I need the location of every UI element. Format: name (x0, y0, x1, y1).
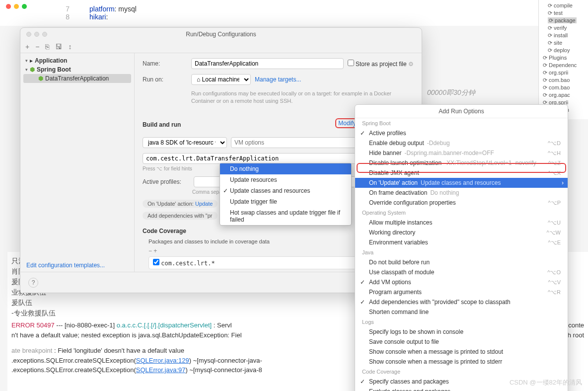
dropdown-item[interactable]: Update trigger file (220, 196, 351, 207)
option-item[interactable]: Specify logs to be shown in console (355, 327, 568, 337)
option-item[interactable]: Show console when a message is printed t… (355, 357, 568, 367)
option-item[interactable]: Program arguments^⌥R (355, 287, 568, 297)
maven-tree-item[interactable]: ⟳ verify (541, 24, 586, 32)
store-checkbox[interactable] (348, 60, 354, 66)
runon-hint: Run configurations may be executed local… (191, 90, 414, 105)
remove-icon[interactable]: − (148, 247, 152, 254)
expand-icon[interactable]: ↕ (68, 43, 72, 51)
dialog-title: Run/Debug Configurations (20, 31, 422, 38)
section-label: Spring Boot (355, 118, 568, 128)
option-item[interactable]: Shorten command line (355, 307, 568, 317)
maven-tree-item[interactable]: ⟳ test (541, 9, 586, 17)
option-item[interactable]: Disable launch optimization-XX:TieredSto… (355, 158, 568, 168)
option-item[interactable]: Use classpath of module^⌥O (355, 267, 568, 277)
help-icon[interactable]: ? (28, 278, 38, 288)
option-item[interactable]: On 'Update' actionUpdate classes and res… (355, 178, 568, 188)
option-item[interactable]: ✓Add VM options^⌥V (355, 277, 568, 287)
option-item[interactable]: On frame deactivationDo nothing (355, 188, 568, 198)
watermark: CSDN @一缕82年的清风 (510, 378, 582, 387)
update-action-dropdown[interactable]: Do nothingUpdate resources✓Update classe… (220, 163, 352, 226)
config-item-selected[interactable]: ⬢ DataTransferApplication (23, 74, 131, 83)
window-traffic-lights (6, 4, 27, 9)
dropdown-item[interactable]: ✓Update classes and resources (220, 185, 351, 196)
maven-tree-item[interactable]: ⟳ site (541, 39, 586, 47)
option-item[interactable]: Allow multiple instances^⌥U (355, 218, 568, 228)
maven-tree-item[interactable]: ⟳ install (541, 32, 586, 39)
option-item[interactable]: Disable JMX agent^⌥X (355, 168, 568, 178)
dialog-toolbar: + − ⎘ 🖫 ↕ (20, 41, 422, 53)
section-label: Code Coverage (355, 367, 568, 377)
remove-icon[interactable]: − (35, 43, 39, 51)
maven-tree-item[interactable]: ⟳ package (541, 17, 586, 24)
option-item[interactable]: Environment variables^⌥E (355, 237, 568, 247)
section-label: Operating System (355, 208, 568, 218)
maven-tree-item[interactable]: ⟳ Plugins (541, 54, 586, 62)
maven-tree-item[interactable]: ⟳ org.apac (541, 91, 586, 99)
spring-icon: ⬢ (38, 75, 43, 82)
on-update-pill[interactable]: On 'Update' action: Update (143, 200, 218, 208)
option-item[interactable]: Do not build before run (355, 257, 568, 267)
dropdown-item[interactable]: Do nothing (220, 163, 351, 174)
save-icon[interactable]: 🖫 (55, 43, 62, 51)
maven-tree: ⟳ compile⟳ test⟳ package⟳ verify⟳ instal… (538, 0, 588, 119)
add-icon[interactable]: + (25, 43, 29, 51)
manage-targets-link[interactable]: Manage targets... (255, 76, 301, 83)
option-item[interactable]: Working directory^⌥W (355, 228, 568, 237)
option-item[interactable]: Enable debug output-Ddebug^⌥D (355, 138, 568, 148)
maven-tree-item[interactable]: ⟳ deploy (541, 47, 586, 54)
section-label: Java (355, 247, 568, 257)
option-item[interactable]: Exclude classes and packages (355, 387, 568, 391)
profiles-label: Active profiles: (143, 178, 190, 185)
name-input[interactable] (191, 58, 344, 69)
dropdown-item[interactable]: Update resources (220, 174, 351, 185)
gear-icon[interactable]: ⚙ (408, 61, 414, 68)
build-section-title: Build and run (143, 121, 181, 128)
dropdown-item[interactable]: Hot swap classes and update trigger file… (220, 207, 351, 225)
runon-select[interactable]: ⌂ Local machine (191, 74, 251, 85)
options-panel-title: Add Run Options (355, 105, 568, 118)
bg-timeout-text: 00000即30分钟 (427, 88, 475, 97)
maven-tree-item[interactable]: ⟳ compile (541, 2, 586, 9)
option-item[interactable]: Override configuration properties^⌥P (355, 198, 568, 208)
maven-tree-item[interactable]: ⟳ org.sprii (541, 69, 586, 77)
name-label: Name: (143, 60, 187, 67)
runon-label: Run on: (143, 76, 187, 83)
coverage-item-check[interactable] (153, 259, 159, 265)
config-tree[interactable]: ▾ ▸ Application ▾ ⬢ Spring Boot ⬢ DataTr… (20, 53, 135, 273)
maven-tree-item[interactable]: ⟳ com.bao (541, 84, 586, 91)
add-deps-pill[interactable]: Add dependencies with "pr (143, 212, 218, 220)
option-item[interactable]: Hide banner-Dspring.main.banner-mode=OFF… (355, 148, 568, 158)
option-item[interactable]: ✓Add dependencies with "provided" scope … (355, 297, 568, 307)
add-run-options-panel: Add Run Options Spring Boot✓Active profi… (355, 104, 568, 391)
edit-templates-link[interactable]: Edit configuration templates... (26, 262, 105, 269)
folder-icon: ▸ (30, 57, 33, 64)
code-editor: 7platform: mysql 8hikari: (0, 0, 588, 26)
option-item[interactable]: ✓Active profiles (355, 128, 568, 138)
maven-tree-item[interactable]: ⟳ Dependenc (541, 62, 586, 69)
option-item[interactable]: Save console output to file (355, 337, 568, 347)
spring-icon: ⬢ (30, 66, 35, 73)
copy-icon[interactable]: ⎘ (45, 43, 49, 51)
jdk-select[interactable]: java 8 SDK of 'lc-resourc ▾ (143, 137, 227, 148)
add-icon[interactable]: + (153, 247, 157, 254)
maven-tree-item[interactable]: ⟳ com.bao (541, 77, 586, 84)
section-label: Logs (355, 317, 568, 327)
option-item[interactable]: Show console when a message is printed t… (355, 347, 568, 357)
